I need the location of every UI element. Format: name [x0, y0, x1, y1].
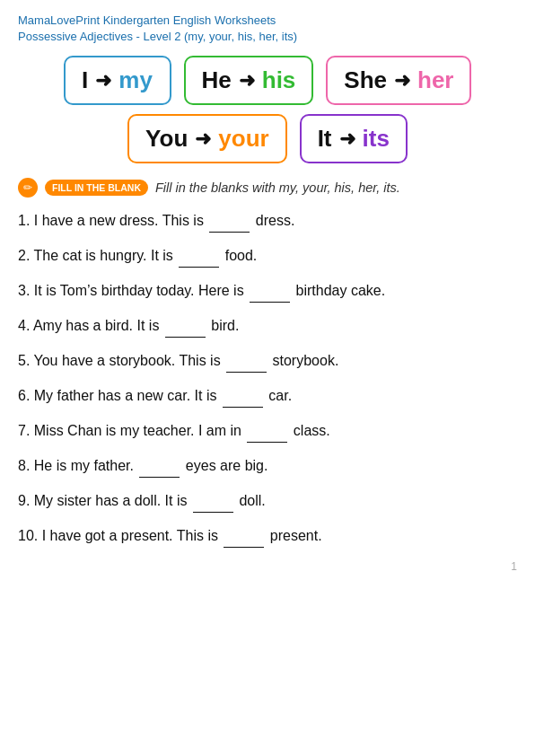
instruction-row: ✏ FILL IN THE BLANK Fill in the blanks w… — [18, 178, 517, 198]
answer-blank — [224, 525, 264, 548]
pronoun-box-it: It ➜ its — [300, 114, 408, 163]
header-line1: MamaLovePrint Kindergarten English Works… — [18, 13, 517, 29]
question-item: 4. Amy has a bird. It is bird. — [18, 315, 517, 338]
subject-he: He — [202, 66, 232, 94]
question-item: 10. I have got a present. This is presen… — [18, 525, 517, 548]
subject-it: It — [318, 125, 332, 153]
answer-blank — [139, 455, 180, 478]
answer-blank — [209, 210, 250, 233]
possessive-my: my — [118, 66, 153, 94]
question-item: 2. The cat is hungry. It is food. — [18, 245, 517, 268]
arrow-he: ➜ — [239, 69, 255, 92]
answer-blank — [247, 420, 287, 443]
page-number: 1 — [18, 560, 517, 573]
question-item: 8. He is my father. eyes are big. — [18, 455, 517, 478]
question-item: 6. My father has a new car. It is car. — [18, 385, 517, 408]
pencil-icon: ✏ — [18, 178, 38, 198]
question-item: 7. Miss Chan is my teacher. I am in clas… — [18, 420, 517, 443]
arrow-you: ➜ — [195, 127, 211, 151]
pronoun-grid-top: I ➜ my He ➜ his She ➜ her — [18, 56, 517, 105]
possessive-her: her — [417, 66, 453, 94]
question-item: 5. You have a storybook. This is storybo… — [18, 350, 517, 373]
possessive-his: his — [262, 66, 296, 94]
arrow-it: ➜ — [339, 127, 355, 151]
pronoun-grid-bottom: You ➜ your It ➜ its — [18, 114, 517, 163]
pronoun-box-i: I ➜ my — [64, 56, 171, 105]
subject-you: You — [145, 125, 188, 153]
fill-badge: FILL IN THE BLANK — [45, 180, 148, 196]
answer-blank — [165, 315, 206, 338]
answer-blank — [226, 350, 267, 373]
question-item: 3. It is Tom’s birthday today. Here is b… — [18, 280, 517, 303]
instruction-text: Fill in the blanks with my, your, his, h… — [155, 180, 400, 195]
question-item: 1. I have a new dress. This is dress. — [18, 210, 517, 233]
question-item: 9. My sister has a doll. It is doll. — [18, 490, 517, 513]
pronoun-box-you: You ➜ your — [127, 114, 287, 163]
questions-list: 1. I have a new dress. This is dress.2. … — [18, 210, 517, 548]
answer-blank — [250, 280, 290, 303]
subject-she: She — [344, 66, 387, 94]
arrow-she: ➜ — [394, 69, 410, 92]
possessive-your: your — [218, 125, 268, 153]
answer-blank — [179, 245, 219, 268]
subject-i: I — [82, 66, 88, 94]
arrow-i: ➜ — [95, 69, 111, 92]
worksheet-header: MamaLovePrint Kindergarten English Works… — [18, 13, 517, 45]
header-line2: Possessive Adjectives - Level 2 (my, you… — [18, 29, 517, 45]
possessive-its: its — [363, 125, 390, 153]
answer-blank — [193, 490, 233, 513]
answer-blank — [223, 385, 263, 408]
pronoun-box-he: He ➜ his — [184, 56, 314, 105]
pronoun-box-she: She ➜ her — [326, 56, 471, 105]
